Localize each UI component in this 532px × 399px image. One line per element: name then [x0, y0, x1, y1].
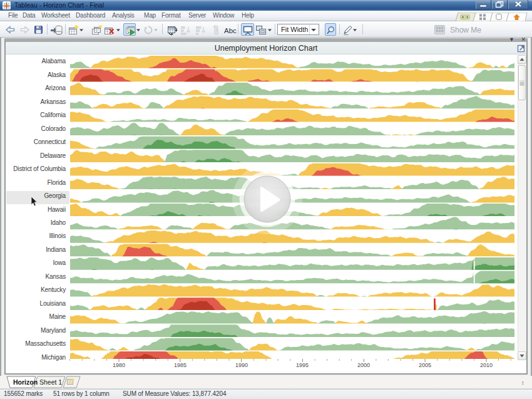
svg-text:↕: ↕ [521, 380, 524, 386]
svg-text:Sheet 1: Sheet 1 [39, 378, 62, 386]
svg-text:Horizon: Horizon [13, 378, 38, 386]
